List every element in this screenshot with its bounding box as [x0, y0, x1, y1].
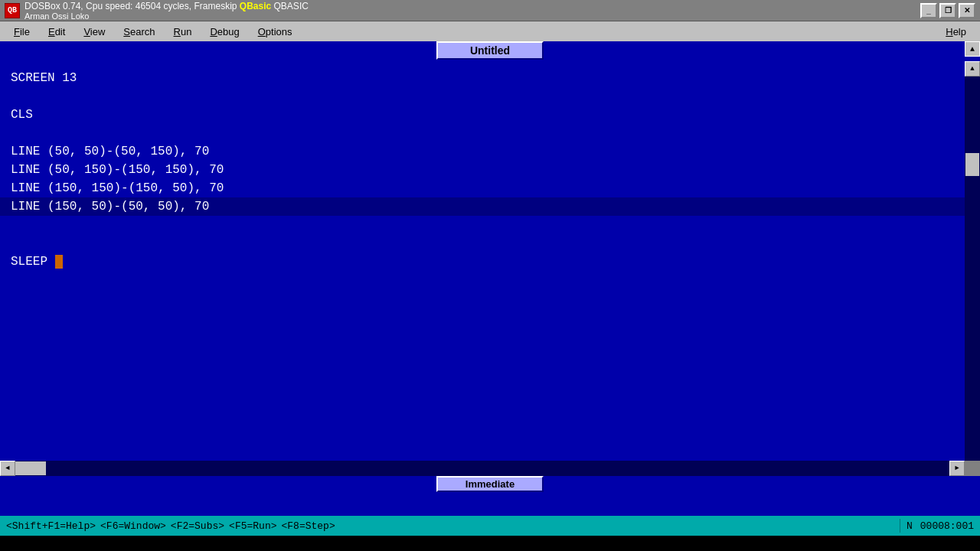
menu-options[interactable]: Options	[250, 24, 300, 39]
right-scrollbar: ▲ ▼	[965, 61, 980, 476]
close-button[interactable]: ✕	[959, 3, 975, 18]
status-shortcuts: <Shift+F1=Help> <F6=Window> <F2=Subs> <F…	[6, 520, 893, 532]
author-label: Arman Ossi Loko	[24, 11, 916, 21]
status-info: N 00008:001	[906, 520, 974, 532]
shortcut-step: <F8=Step>	[282, 520, 335, 532]
code-line: SLEEP	[11, 253, 954, 271]
menu-edit[interactable]: Edit	[41, 24, 73, 39]
status-bar: <Shift+F1=Help> <F6=Window> <F2=Subs> <F…	[0, 516, 980, 536]
editor-container: Untitled ▲ SCREEN 13 CLS LINE (50, 50)-(…	[0, 41, 980, 476]
window-controls: _ ❐ ✕	[920, 3, 975, 18]
menu-debug[interactable]: Debug	[202, 24, 247, 39]
editor-title-tab: Untitled	[436, 41, 544, 60]
code-line: CLS	[11, 106, 954, 124]
hscroll-thumb[interactable]	[15, 461, 46, 475]
hscrollbar: ◄ ►	[0, 461, 965, 476]
code-line: LINE (150, 150)-(150, 50), 70	[11, 179, 954, 197]
scroll-thumb[interactable]	[965, 153, 979, 176]
menu-run[interactable]: Run	[166, 24, 200, 39]
hscroll-right-button[interactable]: ►	[949, 461, 965, 476]
code-line: LINE (50, 150)-(150, 150), 70	[11, 161, 954, 179]
title-bar-text: DOSBox 0.74, Cpu speed: 46504 cycles, Fr…	[24, 1, 916, 21]
title-bar: QB DOSBox 0.74, Cpu speed: 46504 cycles,…	[0, 0, 980, 21]
code-line	[11, 216, 954, 234]
code-line: SCREEN 13	[11, 69, 954, 87]
shortcut-help: <Shift+F1=Help>	[6, 520, 96, 532]
app-icon: QB	[5, 3, 20, 18]
code-line	[11, 234, 954, 253]
menu-view[interactable]: View	[76, 24, 113, 39]
hscroll-left-button[interactable]: ◄	[0, 461, 15, 476]
code-line	[11, 124, 954, 142]
minimize-button[interactable]: _	[920, 3, 937, 18]
menu-file[interactable]: File	[6, 24, 38, 39]
dosbox-info: DOSBox 0.74, Cpu speed: 46504 cycles, Fr…	[24, 1, 309, 11]
menu-search[interactable]: Search	[116, 24, 162, 39]
immediate-area: Immediate	[0, 476, 980, 516]
status-mode: N	[906, 520, 913, 532]
hscroll-track	[15, 461, 949, 476]
immediate-input[interactable]	[0, 494, 980, 516]
menu-bar: File Edit View Search Run Debug Options …	[0, 21, 980, 41]
restore-button[interactable]: ❐	[939, 3, 956, 18]
shortcut-subs: <F2=Subs>	[171, 520, 224, 532]
immediate-title: Immediate	[436, 476, 544, 492]
scroll-track	[965, 77, 980, 461]
code-area[interactable]: SCREEN 13 CLS LINE (50, 50)-(50, 150), 7…	[0, 61, 965, 476]
shortcut-window: <F6=Window>	[100, 520, 166, 532]
scroll-up-button[interactable]: ▲	[965, 41, 980, 57]
scroll-up-btn[interactable]: ▲	[965, 61, 980, 77]
scroll-corner	[965, 461, 980, 476]
text-cursor	[55, 255, 63, 269]
code-line: LINE (50, 50)-(50, 150), 70	[11, 142, 954, 161]
status-position: 00008:001	[920, 520, 974, 532]
code-line	[11, 87, 954, 106]
shortcut-run: <F5=Run>	[229, 520, 276, 532]
menu-help[interactable]: Help	[938, 24, 974, 39]
status-divider	[900, 519, 900, 533]
code-line: LINE (150, 50)-(50, 50), 70	[0, 197, 965, 216]
